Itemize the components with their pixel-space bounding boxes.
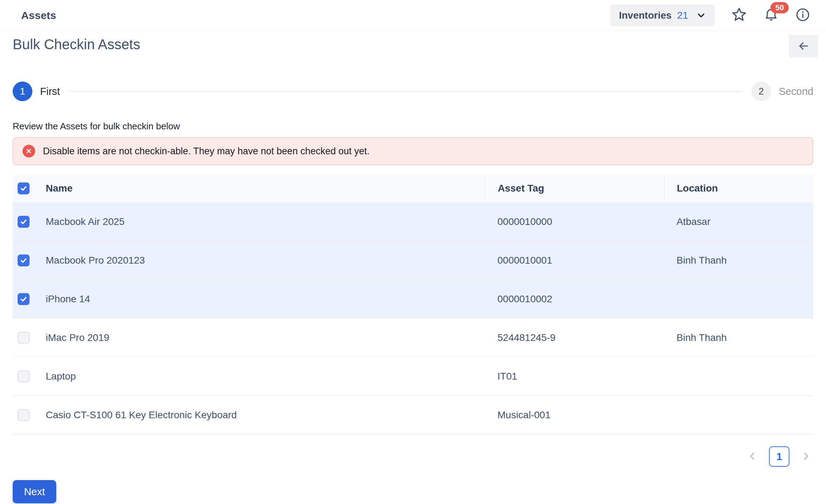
row-asset-tag: Musical-001: [485, 409, 664, 421]
row-name: Casio CT-S100 61 Key Electronic Keyboard: [46, 409, 485, 421]
arrow-left-icon: [797, 39, 810, 54]
row-checkbox[interactable]: [18, 293, 30, 305]
row-checkbox[interactable]: [18, 254, 30, 266]
row-checkbox-cell: [13, 293, 46, 305]
row-checkbox-cell: [13, 409, 46, 421]
row-checkbox[interactable]: [18, 332, 30, 344]
notification-count-badge: 50: [770, 2, 789, 13]
row-name: iPhone 14: [46, 293, 485, 305]
checkmark-icon: [19, 218, 28, 226]
table-row: Casio CT-S100 61 Key Electronic Keyboard…: [13, 396, 813, 434]
info-button[interactable]: [795, 7, 811, 24]
review-instruction: Review the Assets for bulk checkin below: [13, 121, 813, 132]
chevron-right-icon: [800, 450, 812, 463]
top-bar: Assets Inventories 21 50: [0, 0, 826, 31]
row-location: Binh Thanh: [664, 255, 813, 266]
row-asset-tag: 524481245-9: [485, 332, 664, 343]
row-checkbox[interactable]: [18, 409, 30, 421]
stepper-connector: [69, 91, 742, 92]
row-asset-tag: IT01: [485, 371, 664, 382]
notifications-button[interactable]: 50: [763, 7, 779, 24]
chevron-left-icon: [746, 450, 758, 463]
column-header-location[interactable]: Location: [664, 174, 813, 202]
step-first-label: First: [40, 86, 60, 97]
next-page-button[interactable]: [800, 450, 812, 463]
row-checkbox[interactable]: [18, 216, 30, 228]
page-number-button[interactable]: 1: [769, 446, 789, 467]
checkmark-icon: [19, 256, 28, 265]
row-checkbox-cell: [13, 216, 46, 228]
assets-table: Name Asset Tag Location Macbook Air 2025…: [13, 174, 813, 434]
app-title: Assets: [21, 9, 56, 21]
topbar-actions: Inventories 21 50: [610, 5, 811, 26]
select-all-cell: [13, 182, 46, 194]
checkmark-icon: [19, 184, 28, 193]
table-row: iPhone 140000010002: [13, 280, 813, 318]
inventories-label: Inventories: [619, 10, 671, 21]
row-name: Macbook Pro 2020123: [46, 255, 485, 266]
row-name: iMac Pro 2019: [46, 332, 485, 343]
inventories-dropdown[interactable]: Inventories 21: [610, 5, 715, 26]
table-body: Macbook Air 20250000010000AtbasarMacbook…: [13, 202, 813, 434]
table-row: iMac Pro 2019524481245-9Binh Thanh: [13, 318, 813, 357]
table-row: Macbook Air 20250000010000Atbasar: [13, 202, 813, 241]
stepper: 1 First 2 Second: [13, 82, 813, 101]
row-location: Atbasar: [664, 216, 813, 227]
table-row: Macbook Pro 20201230000010001Binh Thanh: [13, 241, 813, 280]
star-icon: [731, 7, 747, 24]
row-checkbox-cell: [13, 254, 46, 266]
back-button[interactable]: [789, 35, 818, 58]
chevron-down-icon: [696, 10, 706, 21]
row-location: Binh Thanh: [664, 332, 813, 343]
main-content: Bulk Checkin Assets 1 First 2 Second Rev…: [0, 37, 826, 503]
step-second-label: Second: [779, 86, 813, 97]
page-title: Bulk Checkin Assets: [13, 37, 813, 52]
step-first-number: 1: [13, 82, 32, 101]
row-asset-tag: 0000010001: [485, 255, 664, 266]
step-second-number: 2: [751, 82, 771, 101]
step-second: 2 Second: [751, 82, 813, 101]
row-checkbox[interactable]: [18, 370, 30, 382]
column-header-asset-tag[interactable]: Asset Tag: [485, 174, 664, 202]
checkmark-icon: [19, 295, 28, 303]
row-asset-tag: 0000010000: [485, 216, 664, 227]
favorite-button[interactable]: [731, 7, 747, 24]
table-header-row: Name Asset Tag Location: [13, 174, 813, 202]
select-all-checkbox[interactable]: [18, 182, 30, 194]
row-checkbox-cell: [13, 370, 46, 382]
row-asset-tag: 0000010002: [485, 293, 664, 305]
inventories-count: 21: [677, 10, 688, 21]
info-icon: [795, 7, 811, 24]
page-header: Bulk Checkin Assets: [13, 37, 813, 59]
next-button[interactable]: Next: [13, 480, 56, 503]
row-name: Laptop: [46, 371, 485, 382]
pagination: 1: [13, 446, 813, 467]
error-alert: ✕ Disable items are not checkin-able. Th…: [13, 137, 813, 165]
row-name: Macbook Air 2025: [46, 216, 485, 227]
column-header-name[interactable]: Name: [46, 183, 485, 194]
error-alert-message: Disable items are not checkin-able. They…: [43, 146, 370, 157]
row-checkbox-cell: [13, 332, 46, 344]
previous-page-button[interactable]: [746, 450, 758, 463]
table-row: LaptopIT01: [13, 357, 813, 396]
error-icon: ✕: [23, 145, 35, 157]
step-first: 1 First: [13, 82, 60, 101]
